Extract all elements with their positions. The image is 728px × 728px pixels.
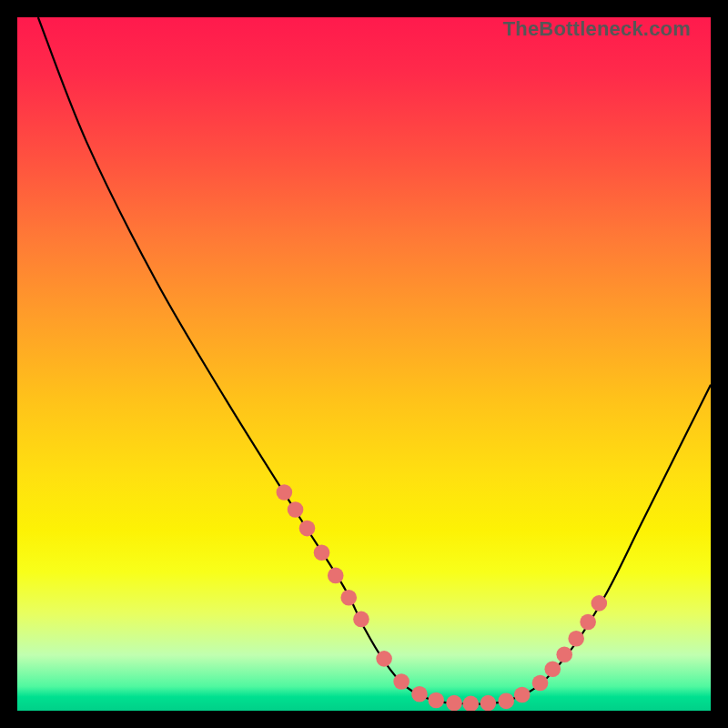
bottleneck-curve — [38, 17, 711, 704]
attribution-label: TheBottleneck.com — [503, 17, 691, 41]
chart-svg — [17, 17, 711, 711]
plot-area: TheBottleneck.com — [17, 17, 711, 711]
marker-dot — [340, 590, 357, 606]
marker-dot — [480, 695, 497, 711]
marker-dot — [299, 521, 316, 537]
marker-dot — [376, 651, 392, 667]
marker-dot — [580, 614, 596, 631]
marker-dot — [544, 661, 561, 677]
marker-dot — [428, 693, 444, 709]
marker-dot — [288, 501, 304, 518]
marker-dot — [568, 631, 584, 647]
marker-dot — [277, 484, 293, 500]
marker-dot — [498, 693, 514, 710]
marker-dot — [592, 595, 608, 612]
marker-dot — [446, 695, 462, 711]
marker-dot — [328, 568, 344, 584]
marker-dot — [463, 696, 480, 711]
marker-dot — [411, 686, 428, 703]
marker-dots-group — [277, 484, 608, 711]
marker-dot — [314, 544, 330, 561]
marker-dot — [393, 673, 410, 690]
marker-dot — [353, 612, 369, 628]
marker-dot — [532, 675, 549, 692]
marker-dot — [556, 646, 572, 662]
marker-dot — [514, 687, 531, 703]
chart-container: TheBottleneck.com — [0, 0, 728, 728]
